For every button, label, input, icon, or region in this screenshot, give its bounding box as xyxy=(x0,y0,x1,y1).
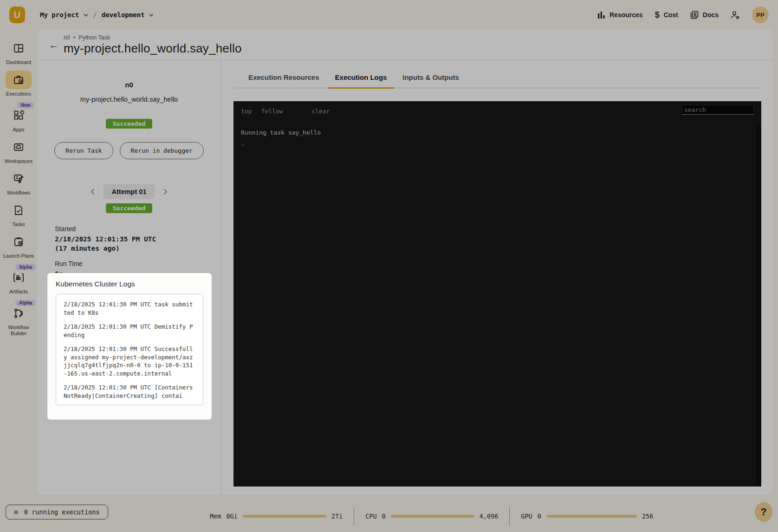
k8s-logs-box[interactable]: 2/18/2025 12:01:30 PM UTC task submitted… xyxy=(56,294,203,405)
modal-overlay[interactable] xyxy=(0,0,778,532)
kubernetes-cluster-logs-card: Kubernetes Cluster Logs 2/18/2025 12:01:… xyxy=(47,273,212,420)
k8s-log-entry: 2/18/2025 12:01:30 PM UTC [ContainersNot… xyxy=(64,383,195,400)
k8s-log-entry: 2/18/2025 12:01:30 PM UTC Demistify Pend… xyxy=(64,323,195,339)
k8s-log-entry: 2/18/2025 12:01:30 PM UTC Successfully a… xyxy=(64,345,195,377)
k8s-log-entry: 2/18/2025 12:01:30 PM UTC task submitted… xyxy=(64,300,195,317)
k8s-logs-title: Kubernetes Cluster Logs xyxy=(56,280,203,288)
